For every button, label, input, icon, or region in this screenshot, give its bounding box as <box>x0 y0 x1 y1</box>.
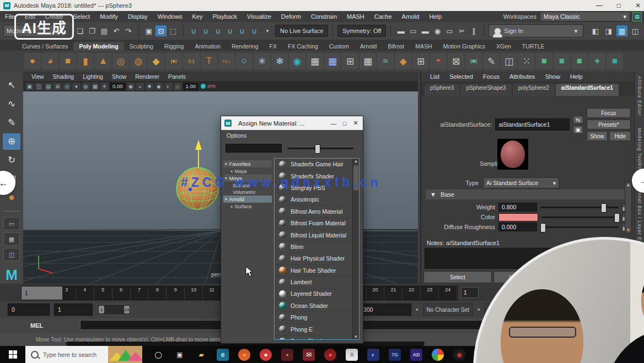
scroll-down-icon[interactable]: ▼ <box>626 227 631 233</box>
snap-icon-4[interactable]: ∪ <box>224 25 235 36</box>
frame-24[interactable]: 24 <box>439 286 457 300</box>
dialog-title-bar[interactable]: M Assign New Material: ... — □ ✕ <box>221 116 363 130</box>
material-item-layered-shader[interactable]: Layered Shader <box>275 288 353 300</box>
drop-tool-icon[interactable]: ○ <box>236 53 253 69</box>
menu-playback[interactable]: Playback <box>207 13 242 20</box>
snowflake-tool-icon[interactable]: ❄ <box>271 53 288 69</box>
current-frame-indicator[interactable]: 1 <box>22 286 62 300</box>
poly-cube-icon[interactable]: ■ <box>60 53 76 69</box>
swatch-size-slider[interactable] <box>287 148 353 149</box>
file-explorer-icon[interactable]: ▰ <box>195 349 207 361</box>
poly-sphere-icon[interactable]: ● <box>24 53 41 69</box>
green-cube-2-icon[interactable]: ■ <box>554 53 570 69</box>
viewport-menu-lighting[interactable]: Lighting <box>79 73 107 80</box>
side-tab-modeling-toolkit[interactable]: Modeling Toolkit <box>637 128 642 170</box>
material-item-shaderfx-game-hair[interactable]: Shaderfx Game Hair <box>275 159 353 170</box>
ipr-indicator[interactable]: IPR <box>201 84 216 89</box>
viewport-menu-view[interactable]: View <box>28 73 48 80</box>
ae-tab-aistandardsurface1[interactable]: aiStandardSurface1 <box>556 84 619 96</box>
material-item-ramp-shader[interactable]: Ramp Shader <box>275 335 353 340</box>
symmetry-dropdown[interactable]: Symmetry: Off <box>337 25 386 37</box>
snap-icon-6[interactable]: ∪ <box>249 25 260 36</box>
menu-help[interactable]: Help <box>424 13 447 20</box>
measure-tool-icon[interactable]: ◫ <box>501 53 517 69</box>
menu-constrain[interactable]: Constrain <box>306 13 342 20</box>
playback-start-field[interactable]: 1 <box>54 304 93 316</box>
animation-start-field[interactable]: 0 <box>8 304 50 316</box>
attribute-scrollbar[interactable]: ▲ ▼ <box>625 182 632 234</box>
poly-pipe-icon[interactable]: ◍ <box>130 53 147 69</box>
frame-9[interactable]: 9 <box>167 286 185 300</box>
material-item-blinn[interactable]: Blinn <box>275 241 353 253</box>
green-cube-5-icon[interactable]: ■ <box>607 53 623 69</box>
swatch-link-icon[interactable]: ⇆ <box>573 116 583 124</box>
slider-handle[interactable] <box>614 213 620 223</box>
lasso-select-tool[interactable]: ∿ <box>3 96 20 112</box>
viewport-tool-icon-7[interactable]: ◍ <box>82 83 90 90</box>
viewport-tool-icon-11[interactable]: ◒ <box>136 83 144 90</box>
select-button[interactable]: Select <box>423 271 492 283</box>
gamma-field[interactable]: 1.00 <box>183 83 199 90</box>
focus-button[interactable]: Focus <box>587 108 631 118</box>
type-tool-icon[interactable]: T <box>201 53 217 69</box>
7g-app-icon[interactable]: 7G <box>389 349 401 361</box>
panel-toggle-icon-4[interactable]: ◫ <box>630 25 641 36</box>
material-item-hair-physical-shader[interactable]: Hair Physical Shader <box>275 253 353 264</box>
mail-app-icon[interactable]: ✉ <box>303 349 315 361</box>
shelf-tab-arnold[interactable]: Arnold <box>355 42 382 51</box>
scroll-up-icon[interactable]: ▲ <box>626 182 631 187</box>
start-button[interactable] <box>0 346 25 363</box>
ae-menu-list[interactable]: List <box>426 73 444 80</box>
chevron-down-icon[interactable]: ▾ <box>416 307 418 312</box>
shelf-tab-poly-modeling[interactable]: Poly Modeling <box>73 42 124 51</box>
cortana-icon[interactable]: ◯ <box>152 349 164 361</box>
animation-end-field[interactable]: 300 <box>359 304 411 316</box>
panel-toggle-icon-3[interactable]: ▥ <box>616 25 627 36</box>
viewport-tool-icon-9[interactable]: ✛ <box>100 83 109 90</box>
shelf-tab-fx-caching[interactable]: FX Caching <box>282 42 324 51</box>
paint-select-tool[interactable]: ✎ <box>3 115 20 131</box>
attr-slider[interactable] <box>540 207 619 208</box>
ae-tab-psphere3[interactable]: pSphere3 <box>425 84 459 96</box>
material-item-phong[interactable]: Phong <box>275 312 353 323</box>
combine-tool-icon[interactable]: ▦ <box>307 53 323 69</box>
mel-label[interactable]: MEL <box>30 322 43 329</box>
red-badge-app-icon[interactable]: ● <box>324 349 336 361</box>
ae-tab-psphereshape3[interactable]: pSphereShape3 <box>460 84 511 96</box>
selection-mode-icon-2[interactable]: ⊡ <box>155 25 167 36</box>
menu-visualize[interactable]: Visualize <box>242 13 276 20</box>
blue-app-icon[interactable]: ◐ <box>367 349 379 361</box>
attr-slider[interactable] <box>541 216 619 218</box>
frame-21[interactable]: 21 <box>384 286 402 300</box>
ae-menu-help[interactable]: Help <box>566 73 587 80</box>
shelf-tab-rigging[interactable]: Rigging <box>159 42 190 51</box>
node-name-field[interactable]: aiStandardSurface1 <box>495 118 569 131</box>
bend-tool-icon[interactable]: ≈ <box>377 53 394 69</box>
plane-tool-icon[interactable]: ⊞ <box>412 53 429 69</box>
green-cube-3-icon[interactable]: ■ <box>571 53 588 69</box>
rotate-tool[interactable]: ↻ <box>3 152 20 169</box>
menu-modify[interactable]: Modify <box>95 13 122 20</box>
viewport-tool-icon-1[interactable]: ▣ <box>25 83 34 90</box>
material-sample-swatch[interactable] <box>497 139 528 170</box>
material-item-bifrost-liquid-material[interactable]: Bifrost Liquid Material <box>275 229 353 241</box>
shelf-tab-mash[interactable]: MASH <box>410 42 437 51</box>
poly-cone-icon[interactable]: ▲ <box>95 53 111 69</box>
shelf-tab-rendering[interactable]: Rendering <box>226 42 264 51</box>
notepad-app-icon[interactable]: ≡ <box>346 349 358 361</box>
attr-value-field[interactable]: 0.000 <box>498 223 537 231</box>
ae-menu-attributes[interactable]: Attributes <box>505 73 539 80</box>
panel-toggle-icon-2[interactable]: ◨ <box>603 25 614 36</box>
taskbar-search[interactable]: Type here to search <box>25 346 142 363</box>
material-item-phong-e[interactable]: Phong E <box>275 323 353 335</box>
chrome-browser-icon[interactable] <box>432 349 444 361</box>
viewport-tool-icon-6[interactable]: ● <box>72 83 80 90</box>
selection-mode-icon-3[interactable]: ⬚ <box>168 25 179 36</box>
menu-arnold[interactable]: Arnold <box>397 13 425 20</box>
move-tool[interactable]: ⊕ <box>3 133 20 150</box>
task-view-icon[interactable]: ▣ <box>174 349 186 361</box>
ad-app-icon[interactable]: AD <box>410 349 422 361</box>
sphere-paint-icon[interactable]: ◓ <box>430 53 447 69</box>
exposure-field[interactable]: 0.00 <box>110 83 126 90</box>
frame-22[interactable]: 22 <box>402 286 421 300</box>
